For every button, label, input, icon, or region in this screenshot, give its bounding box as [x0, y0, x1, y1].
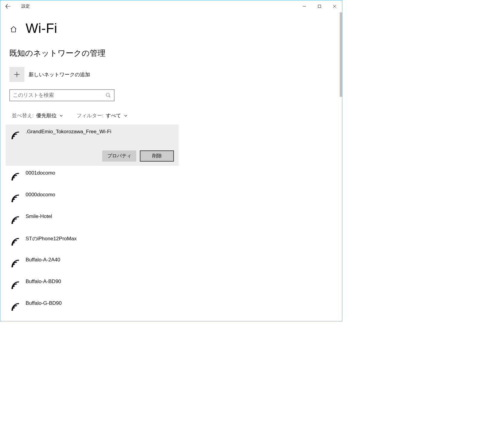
svg-point-14 [12, 288, 13, 289]
network-row: Buffalo-A-2A40 [10, 256, 174, 271]
filter-label: フィルター: [77, 112, 104, 119]
svg-point-15 [12, 309, 13, 311]
network-item[interactable]: Buffalo-A-2A40 [6, 253, 179, 274]
network-row: STのiPhone12ProMax [10, 235, 174, 249]
svg-point-10 [12, 201, 13, 202]
network-actions: プロパティ 削除 [10, 150, 174, 162]
svg-line-7 [109, 96, 110, 97]
scrollbar[interactable] [340, 12, 342, 97]
wifi-icon [10, 301, 21, 312]
page-header: Wi-Fi [9, 21, 333, 36]
svg-point-6 [106, 93, 109, 96]
network-item[interactable]: Buffalo-G-2A40 [6, 318, 179, 321]
svg-rect-1 [318, 5, 321, 8]
sort-dropdown[interactable]: 並べ替え: 優先順位 [12, 112, 63, 119]
wifi-icon [10, 171, 21, 182]
svg-point-11 [12, 222, 13, 224]
network-name: Buffalo-A-2A40 [26, 256, 60, 263]
add-network-button[interactable]: 新しいネットワークの追加 [9, 67, 333, 82]
network-row: 0000docomo [10, 191, 174, 206]
section-title: 既知のネットワークの管理 [9, 48, 333, 58]
network-name: Buffalo-G-BD90 [26, 300, 62, 306]
network-name: Buffalo-A-BD90 [26, 278, 61, 285]
search-icon [105, 93, 111, 98]
maximize-icon [318, 5, 321, 8]
network-item[interactable]: STのiPhone12ProMax [6, 231, 179, 253]
svg-point-12 [12, 244, 13, 246]
back-arrow-icon [5, 4, 11, 9]
network-item[interactable]: Smile-Hotel [6, 209, 179, 231]
network-name: STのiPhone12ProMax [26, 235, 77, 242]
network-list: .GrandEmio_Tokorozawa_Free_Wi-Fi プロパティ 削… [6, 125, 333, 321]
network-item[interactable]: 0000docomo [6, 188, 179, 209]
network-row: Smile-Hotel [10, 213, 174, 227]
chevron-down-icon [124, 114, 128, 118]
close-button[interactable] [327, 0, 342, 12]
wifi-icon [10, 215, 21, 226]
search-box[interactable] [9, 89, 115, 101]
network-name: .GrandEmio_Tokorozawa_Free_Wi-Fi [26, 128, 111, 135]
back-button[interactable] [0, 0, 15, 12]
home-button[interactable] [9, 25, 18, 33]
add-network-label: 新しいネットワークの追加 [29, 71, 90, 78]
network-name: 0000docomo [26, 191, 55, 198]
network-item[interactable]: 0001docomo [6, 166, 179, 188]
wifi-icon [10, 236, 21, 247]
wifi-icon [10, 280, 21, 291]
minimize-icon [303, 5, 306, 8]
filter-value: すべて [106, 112, 121, 119]
page-title: Wi-Fi [26, 21, 57, 36]
home-icon [10, 26, 17, 33]
search-icon-button[interactable] [105, 93, 111, 98]
network-item[interactable]: Buffalo-G-BD90 [6, 296, 179, 318]
network-item[interactable]: .GrandEmio_Tokorozawa_Free_Wi-Fi プロパティ 削… [6, 125, 179, 166]
content-area: Wi-Fi 既知のネットワークの管理 新しいネットワークの追加 並べ替え: 優先… [0, 21, 342, 321]
minimize-button[interactable] [297, 0, 312, 12]
forget-button[interactable]: 削除 [140, 150, 174, 162]
sort-value: 優先順位 [36, 112, 57, 119]
window-controls [297, 0, 342, 12]
svg-point-13 [12, 266, 13, 267]
wifi-icon [10, 258, 21, 269]
properties-button[interactable]: プロパティ [102, 150, 136, 162]
wifi-icon [10, 130, 21, 141]
maximize-button[interactable] [312, 0, 327, 12]
plus-icon [14, 71, 20, 78]
search-input[interactable] [13, 92, 105, 98]
network-row: .GrandEmio_Tokorozawa_Free_Wi-Fi [10, 128, 174, 143]
close-icon [333, 5, 336, 8]
filter-dropdown[interactable]: フィルター: すべて [77, 112, 128, 119]
sort-label: 並べ替え: [12, 112, 34, 119]
svg-point-8 [12, 138, 13, 139]
titlebar: 設定 [0, 0, 342, 12]
wifi-icon [10, 193, 21, 204]
add-icon-box [9, 67, 24, 82]
network-name: Smile-Hotel [26, 213, 52, 219]
network-item[interactable]: Buffalo-A-BD90 [6, 274, 179, 296]
svg-point-9 [12, 179, 13, 181]
network-name: 0001docomo [26, 169, 55, 176]
app-title: 設定 [21, 4, 30, 9]
filter-row: 並べ替え: 優先順位 フィルター: すべて [9, 112, 333, 119]
network-row: Buffalo-G-BD90 [10, 300, 174, 314]
network-row: Buffalo-A-BD90 [10, 278, 174, 292]
chevron-down-icon [59, 114, 63, 118]
network-row: 0001docomo [10, 169, 174, 184]
